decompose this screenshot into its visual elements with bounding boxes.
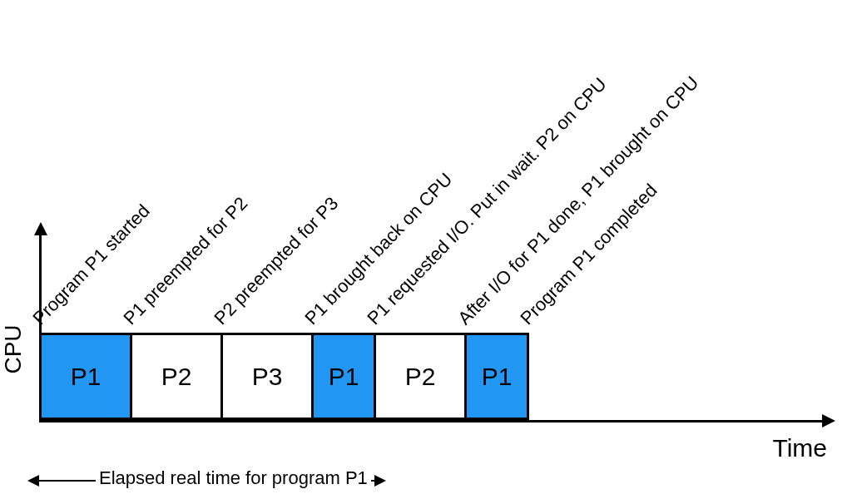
timeline-block: P3 bbox=[220, 333, 314, 420]
x-axis-arrow-icon bbox=[822, 414, 835, 427]
x-axis bbox=[39, 420, 825, 422]
x-axis-label: Time bbox=[772, 434, 827, 462]
block-label: P2 bbox=[405, 363, 436, 391]
diagram-stage: CPU Time P1P2P3P1P2P1 Program P1 started… bbox=[0, 0, 852, 504]
block-label: P1 bbox=[329, 363, 359, 391]
timeline-block: P1 bbox=[311, 333, 376, 420]
brace-caption: Elapsed real time for program P1 bbox=[96, 467, 371, 489]
y-axis-arrow-icon bbox=[34, 222, 47, 235]
block-label: P1 bbox=[482, 363, 513, 391]
timeline-block: P1 bbox=[39, 333, 132, 420]
timeline-block: P2 bbox=[374, 333, 467, 420]
timeline-block: P2 bbox=[130, 333, 223, 420]
y-axis-label: CPU bbox=[0, 308, 27, 358]
block-label: P1 bbox=[71, 363, 102, 391]
block-label: P3 bbox=[252, 363, 283, 391]
brace-right-arrow-icon bbox=[374, 475, 386, 487]
block-label: P2 bbox=[161, 363, 192, 391]
timeline-block: P1 bbox=[464, 333, 529, 420]
